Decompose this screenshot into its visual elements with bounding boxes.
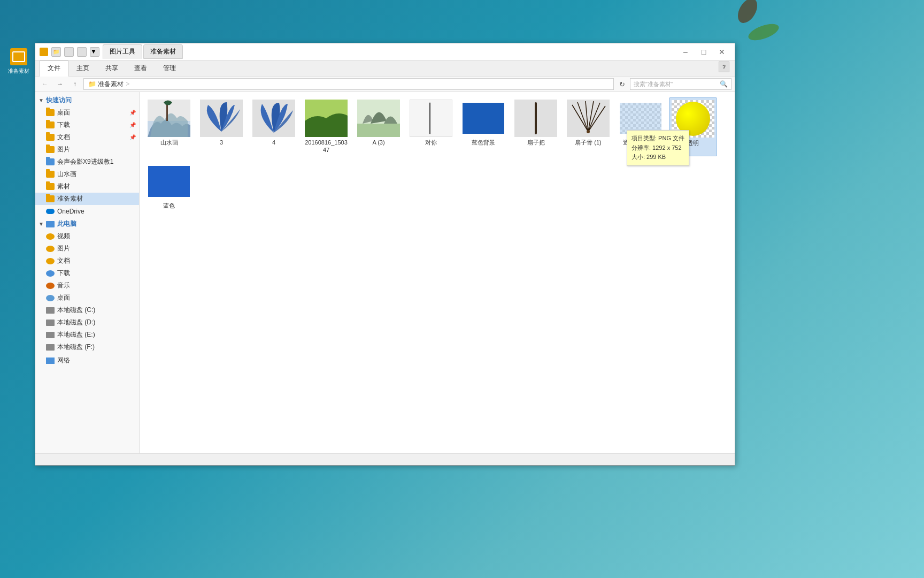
sidebar-item-landscape[interactable]: 山水画 [35,168,139,180]
item-label: 本地磁盘 (F:) [57,343,95,352]
item-label: 桌面 [57,293,70,302]
tab-prepare-material[interactable]: 准备素材 [143,44,183,59]
search-icon: 🔍 [720,80,728,88]
drive-icon [46,332,55,338]
file-item-transparent[interactable]: 透明 项目类型: PNG 文件 分辨率: 1292 x 752 大小: 299 … [669,97,717,156]
search-box[interactable]: 搜索"准备素材" 🔍 [630,78,732,90]
up-button[interactable]: ↑ [68,78,81,90]
file-item-fan-handle[interactable]: 扇子把 [512,97,560,156]
file-name: 对你 [425,139,437,146]
file-item-landscape[interactable]: 山水画 [145,97,193,156]
forward-button[interactable]: → [53,78,66,90]
sidebar-item-c[interactable]: 本地磁盘 (C:) [35,304,139,316]
media-icon [46,258,55,264]
media-icon [46,295,55,301]
window-icon [40,48,48,56]
svg-rect-12 [357,124,400,137]
toolbar-btn1[interactable]: 📁 [51,47,61,57]
ribbon-tab-share[interactable]: 共享 [97,60,126,76]
item-label: 山水画 [57,170,76,179]
file-item-4[interactable]: 4 [250,97,298,156]
ribbon-tab-file[interactable]: 文件 [40,60,68,77]
file-thumbnail [148,100,190,137]
file-thumbnail [462,100,505,137]
ribbon-tab-manage[interactable]: 管理 [155,60,184,76]
file-thumbnail [357,100,400,137]
sidebar-this-pc-header[interactable]: ▼ 此电脑 [35,218,139,230]
file-item-3[interactable]: 3 [197,97,245,156]
sidebar-item-downloads[interactable]: 下载 📌 [35,119,139,131]
arrow-icon: ▼ [38,97,44,103]
file-item-a3[interactable]: A (3) [355,97,403,156]
arrow-icon: ▼ [38,221,44,227]
sidebar-item-music[interactable]: 音乐 [35,279,139,292]
search-placeholder: 搜索"准备素材" [634,80,673,88]
item-label: 音乐 [57,281,70,290]
pin-icon: 📌 [129,134,136,140]
sidebar-item-documents[interactable]: 文档 📌 [35,131,139,143]
folder-icon [46,183,55,190]
item-label: 本地磁盘 (D:) [57,318,95,327]
onedrive-icon [46,209,55,214]
toolbar-btn3[interactable] [77,47,87,57]
item-label: OneDrive [57,208,84,215]
sidebar-item-desktop2[interactable]: 桌面 [35,292,139,304]
help-button[interactable]: ? [719,62,729,72]
sidebar-item-e[interactable]: 本地磁盘 (E:) [35,329,139,341]
close-button[interactable]: ✕ [713,47,730,57]
sidebar-item-doc[interactable]: 文档 [35,255,139,267]
sidebar-item-network[interactable]: 网络 [35,354,139,367]
address-path[interactable]: 📁 准备素材 > [83,78,614,90]
svg-rect-16 [535,102,537,134]
svg-point-2 [746,20,781,43]
item-label: 网络 [57,356,70,365]
folder-icon [46,171,55,178]
sidebar-item-corel[interactable]: 会声会影X9进级教1 [35,156,139,168]
item-label: 本地磁盘 (E:) [57,330,95,339]
tab-picture-tools[interactable]: 图片工具 [103,44,142,59]
sidebar-item-dl[interactable]: 下载 [35,267,139,279]
file-item-fan-bones[interactable]: 扇子骨 (1) [564,97,612,156]
refresh-button[interactable]: ↻ [616,78,628,90]
item-label: 图片 [57,244,70,253]
explorer-window: 📁 ▼ 图片工具 准备素材 – □ ✕ 文件 主页 共享 查看 管理 ? ← →… [35,43,735,466]
file-thumbnail [410,100,452,137]
svg-point-0 [734,0,761,26]
toolbar-btn2[interactable] [64,47,74,57]
tooltip-size: 大小: 299 KB [632,153,684,162]
sidebar-item-pic[interactable]: 图片 [35,242,139,255]
svg-point-24 [587,130,590,133]
sidebar-item-video[interactable]: 视频 [35,230,139,242]
ribbon-tab-view[interactable]: 查看 [126,60,155,76]
file-item-blue-bg[interactable]: 蓝色背景 [459,97,507,156]
network-icon [46,358,55,364]
drive-icon [46,307,55,314]
window-controls: – □ ✕ [677,47,730,57]
minimize-button[interactable]: – [677,47,694,57]
file-item-blue[interactable]: 蓝色 [145,161,193,211]
file-name: 扇子骨 (1) [575,139,602,146]
item-label: 会声会影X9进级教1 [57,157,113,166]
ribbon-tab-home[interactable]: 主页 [68,60,97,76]
file-item-duini[interactable]: 对你 [407,97,455,156]
toolbar-btn4[interactable]: ▼ [90,47,99,57]
sidebar-item-prepare[interactable]: 准备素材 [35,193,139,205]
item-label: 桌面 [57,108,70,117]
item-label: 视频 [57,232,70,241]
sidebar-item-pictures[interactable]: 图片 [35,143,139,156]
sidebar-item-onedrive[interactable]: OneDrive [35,206,139,217]
file-name: 蓝色 [163,202,175,209]
file-item-photo[interactable]: 20160816_150347 [302,97,350,156]
maximize-button[interactable]: □ [695,47,712,57]
drive-icon [46,344,55,351]
sidebar-quick-access-header[interactable]: ▼ 快速访问 [35,94,139,107]
back-button[interactable]: ← [38,78,51,90]
sidebar-item-desktop[interactable]: 桌面 📌 [35,107,139,119]
file-thumbnail [567,100,610,137]
sidebar-item-material[interactable]: 素材 [35,180,139,193]
sidebar-item-f[interactable]: 本地磁盘 (F:) [35,341,139,353]
media-icon [46,270,55,277]
svg-rect-13 [410,100,452,136]
sidebar-item-d[interactable]: 本地磁盘 (D:) [35,316,139,329]
file-tooltip: 项目类型: PNG 文件 分辨率: 1292 x 752 大小: 299 KB [627,130,689,166]
